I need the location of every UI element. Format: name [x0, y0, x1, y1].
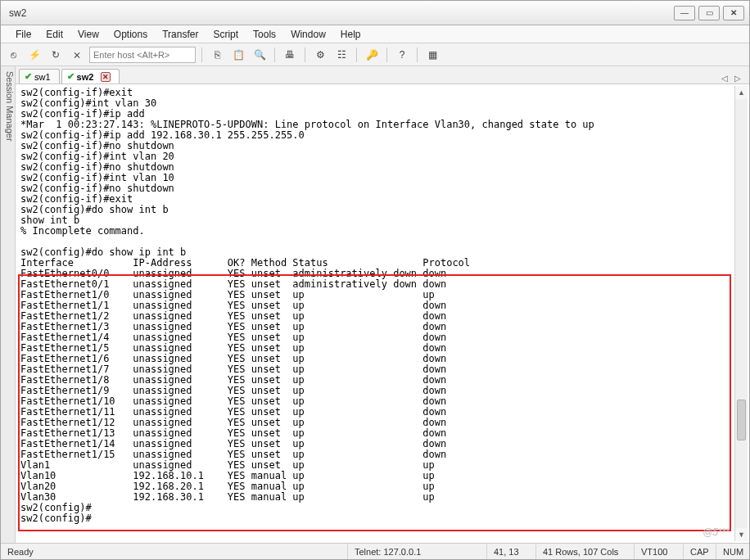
toolbar: ⎋ ⚡ ↻ ⨯ ⎘ 📋 🔍 🖶 ⚙ ☷ 🔑 ? ▦	[1, 43, 749, 66]
tab-label: sw1	[34, 72, 51, 82]
window-title: sw2	[6, 7, 674, 19]
separator	[305, 47, 305, 62]
scroll-thumb[interactable]	[737, 400, 746, 440]
separator	[356, 47, 357, 62]
main-area: ✔ sw1 ✔ sw2 ✕ ◁ ▷ sw2(config-if)#exit sw…	[16, 66, 749, 543]
tile-icon[interactable]: ▦	[423, 46, 441, 64]
close-button[interactable]: ✕	[723, 6, 744, 20]
find-icon[interactable]: 🔍	[251, 46, 269, 64]
key-icon[interactable]: 🔑	[363, 46, 381, 64]
session-tabstrip: ✔ sw1 ✔ sw2 ✕ ◁ ▷	[16, 66, 749, 84]
minimize-button[interactable]: —	[674, 6, 695, 20]
titlebar[interactable]: sw2 — ▭ ✕	[1, 1, 749, 25]
tab-nav: ◁ ▷	[720, 72, 746, 84]
menu-window[interactable]: Window	[284, 27, 332, 42]
separator	[274, 47, 275, 62]
session-options-icon[interactable]: ☷	[332, 46, 350, 64]
vertical-scrollbar[interactable]: ▲ ▼	[734, 86, 748, 541]
menu-tools[interactable]: Tools	[246, 27, 282, 42]
separator	[417, 47, 418, 62]
menu-script[interactable]: Script	[206, 27, 245, 42]
terminal-output: sw2(config-if)#exit sw2(config)#int vlan…	[17, 86, 734, 526]
status-caps: CAP	[684, 544, 716, 559]
menubar: File Edit View Options Transfer Script T…	[1, 25, 749, 43]
scroll-up-icon[interactable]: ▲	[735, 86, 748, 99]
window-controls: — ▭ ✕	[674, 6, 744, 20]
tab-sw1[interactable]: ✔ sw1	[19, 69, 60, 84]
menu-transfer[interactable]: Transfer	[156, 27, 205, 42]
terminal[interactable]: sw2(config-if)#exit sw2(config)#int vlan…	[17, 86, 734, 541]
maximize-button[interactable]: ▭	[698, 6, 720, 20]
separator	[201, 47, 202, 62]
menu-edit[interactable]: Edit	[39, 27, 70, 42]
statusbar: Ready Telnet: 127.0.0.1 41, 13 41 Rows, …	[1, 543, 749, 559]
menu-options[interactable]: Options	[107, 27, 154, 42]
tab-sw2[interactable]: ✔ sw2 ✕	[61, 69, 120, 84]
connect-icon[interactable]: ⎋	[4, 46, 22, 64]
menu-file[interactable]: File	[9, 27, 38, 42]
disconnect-icon[interactable]: ⨯	[68, 46, 86, 64]
status-cursor: 41, 13	[487, 544, 536, 559]
options-icon[interactable]: ⚙	[311, 46, 329, 64]
status-connection: Telnet: 127.0.0.1	[348, 544, 487, 559]
status-size: 41 Rows, 107 Cols	[536, 544, 635, 559]
body-row: Session Manager ✔ sw1 ✔ sw2 ✕ ◁ ▷	[1, 66, 749, 543]
terminal-wrap: sw2(config-if)#exit sw2(config)#int vlan…	[16, 84, 749, 543]
help-icon[interactable]: ?	[393, 46, 411, 64]
status-emulation: VT100	[635, 544, 684, 559]
menu-view[interactable]: View	[71, 27, 106, 42]
connected-icon: ✔	[67, 71, 75, 82]
tab-label: sw2	[77, 72, 94, 82]
status-num: NUM	[716, 544, 749, 559]
reconnect-icon[interactable]: ↻	[47, 46, 65, 64]
scroll-down-icon[interactable]: ▼	[735, 528, 748, 541]
next-tab-icon[interactable]: ▷	[733, 72, 743, 84]
prev-tab-icon[interactable]: ◁	[720, 72, 730, 84]
connected-icon: ✔	[25, 71, 32, 82]
status-ready: Ready	[1, 544, 348, 559]
close-tab-icon[interactable]: ✕	[101, 72, 111, 82]
quick-connect-icon[interactable]: ⚡	[25, 46, 43, 64]
menu-help[interactable]: Help	[334, 27, 368, 42]
app-window: sw2 — ▭ ✕ File Edit View Options Transfe…	[0, 0, 750, 560]
print-icon[interactable]: 🖶	[281, 46, 299, 64]
host-input[interactable]	[89, 47, 196, 63]
separator	[386, 47, 387, 62]
copy-icon[interactable]: ⎘	[208, 46, 226, 64]
session-manager-tab[interactable]: Session Manager	[1, 66, 16, 543]
scroll-track[interactable]	[735, 99, 748, 528]
paste-icon[interactable]: 📋	[229, 46, 247, 64]
